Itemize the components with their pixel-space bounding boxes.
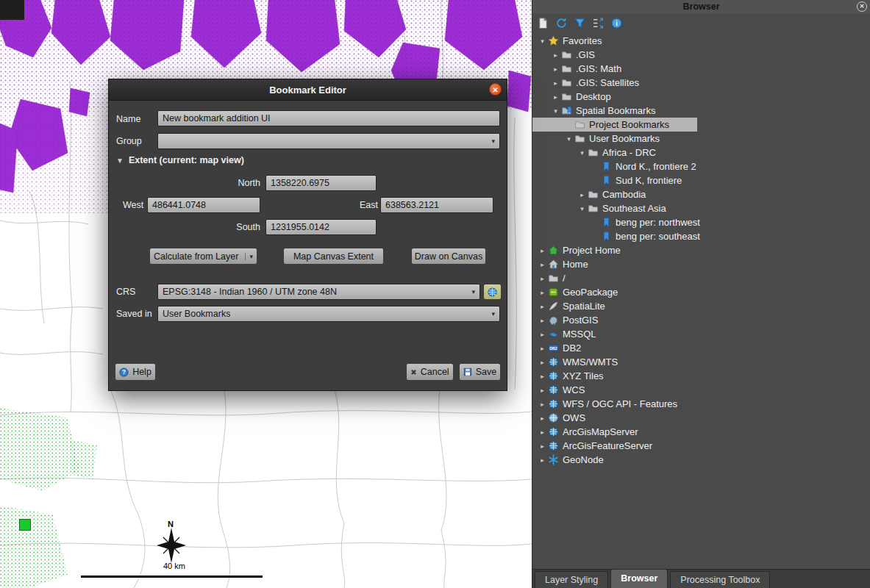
chevron-right-icon[interactable]: ▸: [537, 331, 548, 338]
tree-item-ows[interactable]: ▸OWS: [532, 411, 870, 425]
document-icon[interactable]: [537, 17, 549, 29]
group-select[interactable]: ▾: [157, 133, 500, 149]
chevron-right-icon[interactable]: ▸: [577, 191, 588, 198]
chevron-down-icon: ▾: [471, 288, 475, 295]
chevron-right-icon[interactable]: ▸: [537, 415, 548, 422]
chevron-right-icon[interactable]: ▸: [550, 65, 561, 73]
crs-select-value: EPSG:3148 - Indian 1960 / UTM zone 48N: [163, 287, 337, 297]
panel-close-icon[interactable]: ✕: [857, 1, 867, 12]
chevron-down-icon[interactable]: ▾: [537, 37, 548, 45]
crs-picker-button[interactable]: [483, 284, 502, 300]
chevron-right-icon[interactable]: ▸: [537, 261, 548, 268]
north-input[interactable]: [265, 175, 377, 191]
dialog-titlebar[interactable]: Bookmark Editor ✕: [109, 79, 507, 101]
chevron-right-icon[interactable]: ▸: [537, 429, 548, 436]
tree-item-favorites[interactable]: ▾Favorites: [532, 34, 870, 48]
bookmark-box-icon: [561, 105, 572, 116]
collapse-all-icon[interactable]: [592, 17, 605, 29]
chevron-right-icon[interactable]: ▸: [537, 317, 548, 324]
tree-item-arcgisfeatureserver[interactable]: ▸ArcGisFeatureServer: [532, 439, 870, 453]
tree-item-sud-k-frontiere[interactable]: Sud K, frontiere: [532, 173, 870, 187]
chevron-right-icon[interactable]: ▸: [537, 303, 548, 310]
map-canvas-extent-button[interactable]: Map Canvas Extent: [283, 248, 384, 265]
chevron-right-icon[interactable]: ▸: [550, 51, 561, 59]
dialog-title: Bookmark Editor: [269, 85, 346, 96]
tree-item-gis-math[interactable]: ▸.GIS: Math: [532, 62, 870, 76]
tab-processing-toolbox[interactable]: Processing Toolbox: [670, 571, 770, 588]
tree-item-item[interactable]: ▸/: [532, 271, 870, 285]
chevron-right-icon[interactable]: ▸: [550, 93, 561, 101]
extent-group-header[interactable]: ▼ Extent (current: map view): [116, 155, 244, 165]
info-icon[interactable]: i: [610, 17, 623, 29]
south-input[interactable]: [265, 219, 377, 235]
chevron-right-icon[interactable]: ▸: [537, 275, 548, 282]
tree-item-africa-drc[interactable]: ▾Africa - DRC: [532, 146, 870, 159]
tree-item-nord-k-frontiere-2[interactable]: Nord K., frontiere 2: [532, 159, 870, 173]
chevron-down-icon: ▼: [116, 157, 124, 165]
chevron-right-icon[interactable]: ▸: [537, 289, 548, 296]
tree-item-xyz-tiles[interactable]: ▸XYZ Tiles: [532, 369, 870, 383]
tree-item-project-home[interactable]: ▸Project Home: [532, 243, 870, 257]
saved-in-select[interactable]: User Bookmarks ▾: [157, 306, 500, 322]
tree-item-postgis[interactable]: ▸PostGIS: [532, 313, 870, 327]
tree-item-label: Favorites: [563, 35, 602, 46]
tree-item-desktop[interactable]: ▸Desktop: [532, 90, 870, 104]
help-icon: ?: [119, 368, 129, 377]
help-button[interactable]: ? Help: [115, 363, 156, 381]
chevron-down-icon[interactable]: ▾: [563, 135, 574, 143]
chevron-down-icon[interactable]: ▾: [550, 107, 561, 115]
chevron-right-icon[interactable]: ▸: [550, 79, 561, 87]
east-input[interactable]: [380, 197, 493, 213]
west-input[interactable]: [147, 197, 260, 213]
globe-icon: [548, 356, 559, 368]
tree-item-geonode[interactable]: ▸GeoNode: [532, 453, 870, 467]
tree-item-wfs-ogc-api-features[interactable]: ▸WFS / OGC API - Features: [532, 397, 870, 411]
tree-item-cambodia[interactable]: ▸Cambodia: [532, 187, 870, 201]
north-arrow: [157, 528, 186, 563]
tree-item-geopackage[interactable]: ▸GeoPackage: [532, 285, 870, 299]
filter-icon[interactable]: [574, 17, 586, 29]
tree-item-user-bookmarks[interactable]: ▾User Bookmarks: [532, 132, 870, 146]
chevron-down-icon[interactable]: ▾: [577, 149, 588, 157]
refresh-icon[interactable]: [555, 17, 568, 29]
map-corner-overlay: [0, 0, 24, 20]
chevron-right-icon[interactable]: ▸: [537, 456, 548, 464]
tree-item-label: XYZ Tiles: [563, 370, 604, 381]
tree-item-label: Africa - DRC: [602, 147, 656, 158]
tree-item-arcgismapserver[interactable]: ▸ArcGisMapServer: [532, 425, 870, 439]
tree-item-spatial-bookmarks[interactable]: ▾Spatial Bookmarks: [532, 104, 870, 118]
tree-item-project-bookmarks[interactable]: Project Bookmarks: [532, 118, 697, 132]
scale-bar-label: 40 km: [163, 562, 185, 570]
tree-item-label: MSSQL: [563, 329, 596, 340]
tree-item-southeast-asia[interactable]: ▾Southeast Asia: [532, 201, 870, 215]
tab-layer-styling[interactable]: Layer Styling: [535, 571, 608, 588]
chevron-right-icon[interactable]: ▸: [537, 247, 548, 254]
tree-item-gis[interactable]: ▸.GIS: [532, 48, 870, 62]
tree-item-db2[interactable]: ▸DB2DB2: [532, 341, 870, 355]
tree-item-mssql[interactable]: ▸MSSQL: [532, 327, 870, 341]
chevron-right-icon[interactable]: ▸: [537, 442, 548, 450]
close-icon[interactable]: ✕: [489, 83, 502, 96]
chevron-right-icon[interactable]: ▸: [537, 359, 548, 366]
folder-icon: [588, 189, 599, 200]
save-button[interactable]: Save: [459, 363, 501, 381]
calculate-from-layer-button[interactable]: Calculate from Layer ▾: [149, 248, 257, 265]
chevron-right-icon[interactable]: ▸: [537, 401, 548, 408]
extent-header-label: Extent (current: map view): [129, 155, 244, 165]
crs-select[interactable]: EPSG:3148 - Indian 1960 / UTM zone 48N ▾: [157, 284, 480, 300]
cancel-button[interactable]: ✖ Cancel: [406, 363, 454, 381]
tree-item-beng-per-southeast[interactable]: beng per: southeast: [532, 229, 870, 243]
name-input[interactable]: [157, 110, 500, 126]
tree-item-wcs[interactable]: ▸WCS: [532, 383, 870, 397]
tree-item-spatialite[interactable]: ▸SpatiaLite: [532, 299, 870, 313]
chevron-right-icon[interactable]: ▸: [537, 345, 548, 352]
chevron-right-icon[interactable]: ▸: [537, 373, 548, 380]
chevron-down-icon[interactable]: ▾: [577, 205, 588, 212]
tree-item-wms-wmts[interactable]: ▸WMS/WMTS: [532, 355, 870, 369]
tree-item-home[interactable]: ▸Home: [532, 257, 870, 271]
tab-browser[interactable]: Browser: [610, 569, 668, 588]
tree-item-gis-satellites[interactable]: ▸.GIS: Satellites: [532, 76, 870, 90]
draw-on-canvas-button[interactable]: Draw on Canvas: [411, 248, 486, 265]
chevron-right-icon[interactable]: ▸: [537, 387, 548, 394]
tree-item-beng-per-northwest[interactable]: beng per: northwest: [532, 215, 870, 229]
